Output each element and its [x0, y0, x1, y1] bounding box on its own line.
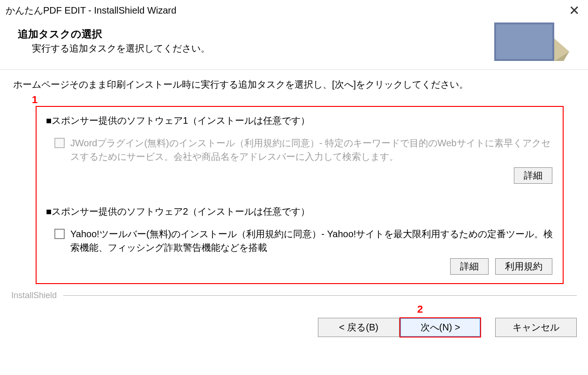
close-icon[interactable]: ✕ [566, 4, 582, 17]
titlebar: かんたんPDF EDIT - InstallShield Wizard ✕ [0, 0, 588, 22]
section1-checkbox[interactable] [54, 138, 65, 148]
page-subtitle: 実行する追加タスクを選択してください。 [32, 42, 494, 55]
section2-checkbox[interactable] [54, 229, 65, 239]
section1-option-text: JWordプラグイン(無料)のインストール（利用規約に同意）- 特定のキーワード… [70, 136, 553, 164]
section1-title: ■スポンサー提供のソフトウェア1（インストールは任意です） [46, 114, 553, 127]
section2-option-text: Yahoo!ツールバー(無料)のインストール（利用規約に同意）- Yahoo!サ… [70, 227, 553, 255]
section2-tos-button[interactable]: 利用規約 [495, 258, 552, 275]
section1-detail-button[interactable]: 詳細 [514, 167, 552, 184]
nav-button-row: < 戻る(B) 次へ(N) > キャンセル [0, 315, 588, 342]
footer-separator: InstallShield [0, 291, 588, 300]
next-button[interactable]: 次へ(N) > [400, 317, 481, 338]
installer-graphic [494, 22, 569, 65]
section2-detail-button[interactable]: 詳細 [450, 258, 489, 275]
highlighted-options-box: ■スポンサー提供のソフトウェア1（インストールは任意です） JWordプラグイン… [36, 106, 564, 284]
footer-brand: InstallShield [11, 291, 57, 300]
section2-title: ■スポンサー提供のソフトウェア2（インストールは任意です） [46, 205, 553, 218]
body-description: ホームページそのまま印刷インストール時に実行する追加タスクを選択し、[次へ]をク… [13, 78, 575, 91]
annotation-2: 2 [0, 303, 423, 315]
annotation-1: 1 [32, 94, 575, 106]
cancel-button[interactable]: キャンセル [495, 318, 577, 337]
svg-rect-1 [496, 24, 552, 59]
body-area: ホームページそのまま印刷インストール時に実行する追加タスクを選択し、[次へ]をク… [0, 69, 588, 286]
header-area: 追加タスクの選択 実行する追加タスクを選択してください。 [0, 22, 588, 69]
page-title: 追加タスクの選択 [18, 27, 494, 41]
back-button[interactable]: < 戻る(B) [318, 318, 400, 337]
divider [63, 295, 577, 296]
window-title: かんたんPDF EDIT - InstallShield Wizard [6, 4, 176, 17]
